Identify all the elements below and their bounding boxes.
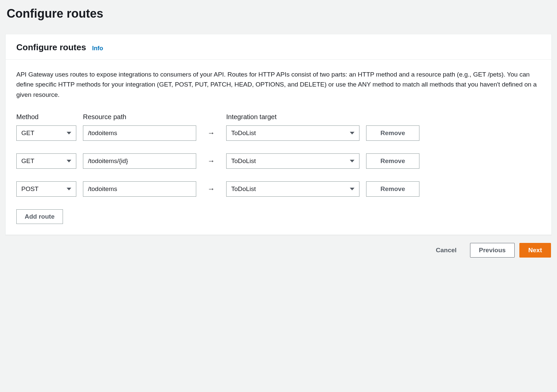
target-value: ToDoList <box>227 129 359 137</box>
card-description: API Gateway uses routes to expose integr… <box>16 70 541 100</box>
remove-button[interactable]: Remove <box>366 125 419 141</box>
integration-target-select[interactable]: ToDoList <box>226 153 359 169</box>
chevron-down-icon <box>67 160 71 162</box>
arrow-icon: → <box>203 185 220 193</box>
chevron-down-icon <box>350 160 354 162</box>
route-row: GET → ToDoList Remove <box>16 125 541 141</box>
card-header: Configure routes Info <box>6 34 551 60</box>
resource-path-input[interactable] <box>83 153 196 169</box>
info-link[interactable]: Info <box>92 45 103 52</box>
next-button[interactable]: Next <box>519 243 551 258</box>
chevron-down-icon <box>67 188 71 190</box>
chevron-down-icon <box>350 132 354 134</box>
method-select[interactable]: GET <box>16 153 76 169</box>
previous-button[interactable]: Previous <box>470 243 515 258</box>
column-path-label: Resource path <box>83 113 196 121</box>
resource-path-input[interactable] <box>83 181 196 197</box>
arrow-icon: → <box>203 129 220 137</box>
route-row: POST → ToDoList Remove <box>16 181 541 197</box>
arrow-icon: → <box>203 157 220 165</box>
target-value: ToDoList <box>227 185 359 193</box>
columns-header: Method Resource path Integration target <box>16 113 541 121</box>
card-body: API Gateway uses routes to expose integr… <box>6 60 551 235</box>
page-title: Configure routes <box>5 7 552 21</box>
configure-routes-card: Configure routes Info API Gateway uses r… <box>5 34 552 235</box>
wizard-actions: Cancel Previous Next <box>5 243 552 258</box>
card-title: Configure routes <box>16 42 86 53</box>
resource-path-field[interactable] <box>83 182 196 196</box>
remove-button[interactable]: Remove <box>366 153 419 169</box>
route-row: GET → ToDoList Remove <box>16 153 541 169</box>
remove-button[interactable]: Remove <box>366 181 419 197</box>
integration-target-select[interactable]: ToDoList <box>226 125 359 141</box>
cancel-button[interactable]: Cancel <box>427 243 465 257</box>
resource-path-input[interactable] <box>83 125 196 141</box>
column-method-label: Method <box>16 113 76 121</box>
chevron-down-icon <box>350 188 354 190</box>
chevron-down-icon <box>67 132 71 134</box>
method-select[interactable]: GET <box>16 125 76 141</box>
target-value: ToDoList <box>227 157 359 165</box>
column-target-label: Integration target <box>226 113 359 121</box>
resource-path-field[interactable] <box>83 154 196 168</box>
resource-path-field[interactable] <box>83 126 196 140</box>
integration-target-select[interactable]: ToDoList <box>226 181 359 197</box>
method-select[interactable]: POST <box>16 181 76 197</box>
add-route-button[interactable]: Add route <box>16 209 63 224</box>
